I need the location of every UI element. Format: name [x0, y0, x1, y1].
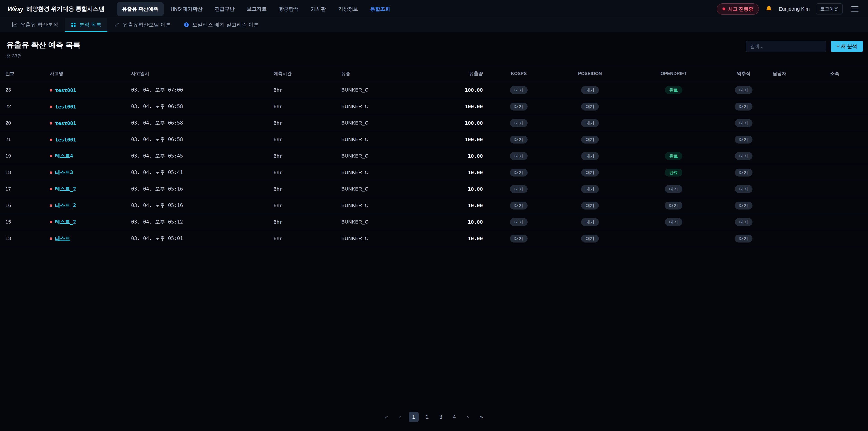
status-badge-wait: 대기 — [510, 168, 528, 177]
poseidon-status: 대기 — [549, 98, 631, 115]
oil-type: BUNKER_C — [337, 131, 447, 148]
pagination-last-button[interactable]: » — [476, 412, 487, 422]
pagination-page-4[interactable]: 4 — [450, 412, 459, 422]
list-icon — [71, 22, 76, 27]
incident-name-link[interactable]: 테스트_2 — [55, 202, 76, 209]
spill-amount: 10.00 — [447, 197, 488, 214]
row-number: 20 — [0, 115, 45, 131]
nav-item-oil-spill-prediction[interactable]: 유출유 확산예측 — [117, 2, 164, 16]
incident-status-dot-icon — [50, 204, 52, 207]
incident-datetime: 03. 04. 오후 05:16 — [127, 197, 269, 214]
col-oil-type: 유종 — [337, 66, 447, 82]
app-title: 해양환경 위기대응 통합시스템 — [26, 5, 104, 13]
incident-name-link[interactable]: 테스트_2 — [55, 219, 76, 225]
backtrack-status: 대기 — [717, 115, 771, 131]
org-cell — [829, 197, 868, 214]
nav-item-emergency-rescue[interactable]: 긴급구난 — [209, 2, 240, 16]
tab-diffusion-model-theory[interactable]: 유출유확산모델 이론 — [108, 18, 177, 32]
status-badge-wait: 대기 — [510, 235, 528, 243]
nav-item-reports[interactable]: 보고자료 — [241, 2, 272, 16]
col-number: 번호 — [0, 66, 45, 82]
manager-cell — [771, 148, 829, 164]
incident-name-link[interactable]: test001 — [55, 88, 76, 93]
pagination-first-button[interactable]: « — [381, 412, 392, 422]
nav-item-integrated-search[interactable]: 통합조회 — [365, 2, 396, 16]
hamburger-menu-icon[interactable] — [849, 4, 861, 14]
status-badge-wait: 대기 — [735, 152, 752, 160]
pagination-next-button[interactable]: › — [463, 412, 473, 422]
nav-item-weather[interactable]: 기상정보 — [333, 2, 364, 16]
row-number: 23 — [0, 82, 45, 98]
incident-status-dot-icon — [50, 122, 52, 125]
incident-in-progress-badge[interactable]: 사고 진행중 — [717, 3, 759, 15]
incident-status-dot-icon — [50, 89, 52, 92]
tab-label: 유출유 확산분석 — [20, 21, 58, 28]
kosps-status: 대기 — [488, 98, 549, 115]
status-badge-wait: 대기 — [735, 235, 752, 243]
tab-analysis-list[interactable]: 분석 목록 — [65, 18, 107, 32]
status-badge-wait: 대기 — [735, 168, 752, 177]
opendrift-status — [631, 230, 717, 247]
manager-cell — [771, 98, 829, 115]
kosps-status: 대기 — [488, 82, 549, 98]
nav-item-hns-diffusion[interactable]: HNS·대기확산 — [165, 2, 208, 16]
pagination-prev-button[interactable]: ‹ — [395, 412, 405, 422]
org-cell — [829, 98, 868, 115]
incident-datetime: 03. 04. 오후 05:45 — [127, 148, 269, 164]
nav-item-aerial-search[interactable]: 항공탐색 — [274, 2, 304, 16]
status-badge-wait: 대기 — [510, 135, 528, 144]
tab-spill-analysis[interactable]: 유출유 확산분석 — [6, 18, 64, 32]
tab-oil-fence-algorithm-theory[interactable]: 오일펜스 배치 알고리즘 이론 — [178, 18, 265, 32]
incident-name-link[interactable]: test001 — [55, 104, 76, 110]
pagination-page-2[interactable]: 2 — [422, 412, 432, 422]
pagination-page-3[interactable]: 3 — [436, 412, 446, 422]
manager-cell — [771, 164, 829, 181]
app-brand[interactable]: Wing 해양환경 위기대응 통합시스템 — [7, 5, 104, 13]
nav-right-cluster: 사고 진행중 Eunjeong Kim 로그아웃 — [717, 3, 861, 15]
new-analysis-button[interactable]: + 새 분석 — [831, 41, 863, 52]
incident-name-link[interactable]: 테스트3 — [55, 169, 73, 176]
pagination-page-1[interactable]: 1 — [409, 412, 418, 422]
sub-tabbar: 유출유 확산분석 분석 목록 유출유확산모델 이론 오일펜스 배치 알고리즘 이… — [0, 18, 868, 32]
incident-name-link[interactable]: 테스트 — [55, 235, 70, 242]
incident-datetime: 03. 04. 오후 05:16 — [127, 181, 269, 197]
oil-type: BUNKER_C — [337, 148, 447, 164]
status-badge-wait: 대기 — [510, 102, 528, 111]
spill-amount: 10.00 — [447, 148, 488, 164]
org-cell — [829, 230, 868, 247]
table-row: 19 테스트4 03. 04. 오후 05:45 6hr BUNKER_C 10… — [0, 148, 868, 164]
kosps-status: 대기 — [488, 214, 549, 230]
status-badge-wait: 대기 — [510, 218, 528, 226]
tab-label: 유출유확산모델 이론 — [123, 21, 171, 28]
oil-type: BUNKER_C — [337, 82, 447, 98]
main-content: 유출유 확산 예측 목록 총 33건 + 새 분석 번호 사고명 사고일시 예측… — [0, 32, 868, 431]
nav-item-board[interactable]: 게시판 — [306, 2, 331, 16]
incident-name-link[interactable]: 테스트_2 — [55, 186, 76, 192]
incident-name-link[interactable]: 테스트4 — [55, 153, 73, 159]
table-row: 21 test001 03. 04. 오후 06:58 6hr BUNKER_C… — [0, 131, 868, 148]
notifications-button[interactable] — [765, 5, 772, 13]
forecast-duration: 6hr — [269, 230, 337, 247]
incident-name-link[interactable]: test001 — [55, 137, 76, 143]
status-badge-done: 완료 — [665, 86, 682, 94]
incident-dot-icon — [722, 7, 725, 10]
spill-amount: 10.00 — [447, 214, 488, 230]
status-badge-wait: 대기 — [581, 202, 599, 210]
incident-datetime: 03. 04. 오후 05:12 — [127, 214, 269, 230]
forecast-duration: 6hr — [269, 164, 337, 181]
incident-datetime: 03. 04. 오후 05:41 — [127, 164, 269, 181]
table-row: 22 test001 03. 04. 오후 06:58 6hr BUNKER_C… — [0, 98, 868, 115]
poseidon-status: 대기 — [549, 82, 631, 98]
incident-name-link[interactable]: test001 — [55, 120, 76, 126]
org-cell — [829, 148, 868, 164]
search-input[interactable] — [746, 41, 826, 52]
manager-cell — [771, 131, 829, 148]
forecast-duration: 6hr — [269, 131, 337, 148]
col-manager: 담당자 — [771, 66, 829, 82]
incident-status-dot-icon — [50, 188, 52, 190]
forecast-duration: 6hr — [269, 181, 337, 197]
org-cell — [829, 82, 868, 98]
backtrack-status: 대기 — [717, 230, 771, 247]
logout-button[interactable]: 로그아웃 — [816, 3, 843, 14]
kosps-status: 대기 — [488, 197, 549, 214]
